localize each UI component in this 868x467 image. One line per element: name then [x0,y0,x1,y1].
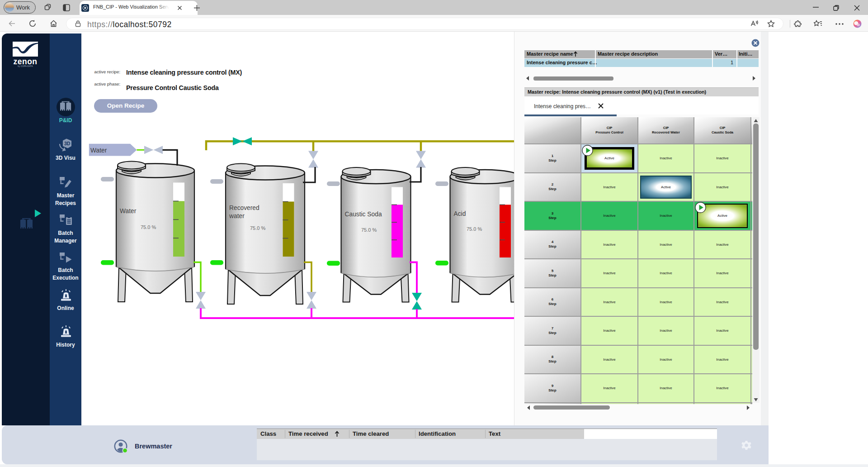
svg-text:75.0 %: 75.0 % [467,226,482,232]
svg-text:Recovered: Recovered [229,205,259,211]
svg-text:75.0 %: 75.0 % [250,225,265,231]
svg-text:75.0 %: 75.0 % [141,224,156,230]
svg-text:Water: Water [120,208,137,214]
svg-text:75.0 %: 75.0 % [361,227,377,233]
svg-text:water: water [229,213,245,219]
svg-text:Caustic Soda: Caustic Soda [345,211,382,218]
svg-text:3D: 3D [64,141,71,146]
svg-text:Acid: Acid [454,210,466,217]
svg-text:Water: Water [90,147,107,154]
